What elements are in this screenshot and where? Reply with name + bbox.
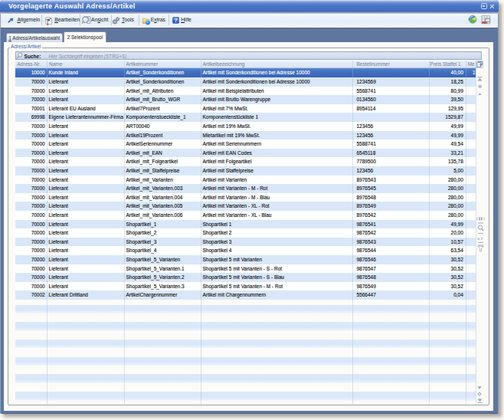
svg-text:z: z <box>481 235 483 240</box>
svg-text:?: ? <box>174 17 178 24</box>
svg-text:a: a <box>477 235 480 240</box>
